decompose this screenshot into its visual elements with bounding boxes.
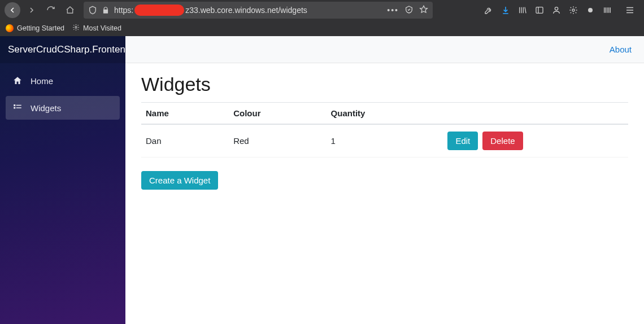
sidebar-item-widgets[interactable]: Widgets <box>6 96 120 120</box>
edit-button[interactable]: Edit <box>447 132 478 150</box>
sidebar: ServerCrudCSharp.Frontend Home Widgets <box>0 36 125 324</box>
browser-chrome: https: z33.web.core.windows.net/widgets … <box>0 0 644 36</box>
topbar: About <box>125 36 644 63</box>
page-title: Widgets <box>141 73 628 95</box>
svg-point-2 <box>572 9 575 11</box>
firefox-icon <box>6 24 14 32</box>
extension-gear-icon[interactable] <box>568 5 578 15</box>
table-header-row: Name Colour Quantity <box>141 103 628 125</box>
bookmark-label: Getting Started <box>17 24 64 32</box>
bookmark-most-visited[interactable]: Most Visited <box>72 24 121 33</box>
tracking-shield-icon[interactable] <box>88 6 97 15</box>
sidebar-toggle-icon[interactable] <box>534 5 545 15</box>
reader-mode-icon[interactable] <box>404 5 414 16</box>
sidebar-item-home[interactable]: Home <box>6 69 120 93</box>
list-icon <box>12 103 23 113</box>
forward-button[interactable] <box>24 2 40 18</box>
cell-actions: Edit Delete <box>443 124 628 157</box>
col-colour: Colour <box>229 103 326 125</box>
about-link[interactable]: About <box>610 45 632 54</box>
app-root: ServerCrudCSharp.Frontend Home Widgets A… <box>0 36 644 324</box>
bookmark-getting-started[interactable]: Getting Started <box>6 24 64 32</box>
svg-rect-8 <box>16 107 21 108</box>
url-redacted-segment <box>134 5 184 16</box>
content-area: About Widgets Name Colour Quantity Dan R… <box>125 36 644 324</box>
svg-point-4 <box>75 27 77 28</box>
cell-colour: Red <box>229 124 326 157</box>
bookmark-star-icon[interactable] <box>419 5 428 16</box>
svg-rect-7 <box>16 105 21 106</box>
table-row: Dan Red 1 Edit Delete <box>141 124 628 157</box>
bookmarks-bar: Getting Started Most Visited <box>0 20 644 36</box>
wrench-icon[interactable] <box>484 5 494 15</box>
svg-point-3 <box>588 8 593 12</box>
svg-point-1 <box>555 7 558 10</box>
lock-icon <box>102 6 110 14</box>
sidebar-item-label: Widgets <box>31 103 61 113</box>
svg-rect-0 <box>536 7 543 14</box>
create-widget-button[interactable]: Create a Widget <box>141 171 218 190</box>
svg-rect-6 <box>14 107 15 109</box>
sidebar-nav: Home Widgets <box>0 63 125 125</box>
back-button[interactable] <box>5 2 20 18</box>
home-icon <box>12 76 23 86</box>
extension-icon-2[interactable] <box>602 5 612 15</box>
gear-icon <box>72 24 80 33</box>
extension-icon-1[interactable] <box>585 5 595 15</box>
sidebar-item-label: Home <box>31 76 53 86</box>
cell-name: Dan <box>141 124 229 157</box>
url-suffix: z33.web.core.windows.net/widgets <box>185 6 307 15</box>
download-icon[interactable] <box>501 5 511 15</box>
account-icon[interactable] <box>551 5 562 15</box>
svg-rect-5 <box>14 104 15 106</box>
url-text: https: z33.web.core.windows.net/widgets <box>114 5 307 16</box>
page-actions-icon[interactable]: ••• <box>387 6 399 15</box>
url-actions: ••• <box>387 5 428 16</box>
col-actions <box>443 103 628 125</box>
toolbar-right-icons <box>484 5 639 15</box>
delete-button[interactable]: Delete <box>482 132 523 150</box>
hamburger-menu-icon[interactable] <box>625 5 635 15</box>
col-quantity: Quantity <box>327 103 443 125</box>
reload-button[interactable] <box>43 2 59 18</box>
cell-quantity: 1 <box>327 124 443 157</box>
browser-toolbar: https: z33.web.core.windows.net/widgets … <box>0 0 644 20</box>
library-icon[interactable] <box>517 5 528 15</box>
col-name: Name <box>141 103 229 125</box>
home-button[interactable] <box>62 2 78 18</box>
address-bar[interactable]: https: z33.web.core.windows.net/widgets … <box>84 2 433 19</box>
bookmark-label: Most Visited <box>83 24 121 32</box>
brand-title[interactable]: ServerCrudCSharp.Frontend <box>0 36 125 63</box>
url-prefix: https: <box>114 6 133 15</box>
widgets-table: Name Colour Quantity Dan Red 1 Edit <box>141 102 628 157</box>
main: Widgets Name Colour Quantity Dan Red 1 <box>125 63 644 200</box>
